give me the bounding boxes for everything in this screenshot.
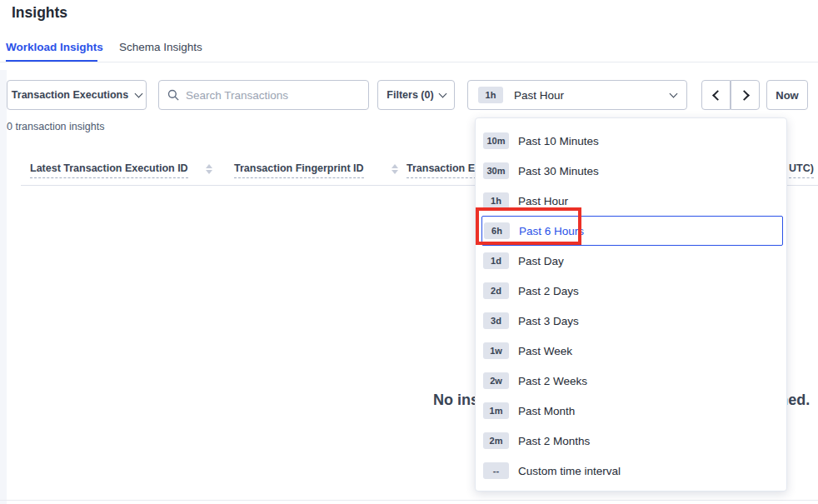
previous-range-button[interactable]: [701, 80, 731, 110]
menu-item-past-week[interactable]: 1w Past Week: [481, 336, 783, 366]
time-interval-picker[interactable]: 1h Past Hour: [467, 80, 687, 110]
menu-item-past-day[interactable]: 1d Past Day: [481, 246, 783, 276]
time-range-arrows: [701, 80, 760, 110]
chevron-down-icon: [135, 89, 143, 97]
sort-icon[interactable]: [206, 164, 212, 174]
view-mode-label: Transaction Executions: [12, 89, 128, 101]
menu-item-past-month[interactable]: 1m Past Month: [481, 396, 783, 426]
chevron-right-icon: [739, 90, 750, 101]
time-interval-dropdown-menu: 10m Past 10 Minutes 30m Past 30 Minutes …: [475, 117, 787, 492]
insights-page: Insights Workload Insights Schema Insigh…: [0, 0, 818, 504]
column-header-start-time-utc[interactable]: UTC): [789, 162, 814, 178]
column-header-latest-transaction-execution-id[interactable]: Latest Transaction Execution ID: [30, 162, 188, 178]
next-range-button[interactable]: [731, 80, 760, 110]
sort-icon[interactable]: [392, 164, 398, 174]
search-icon: [167, 89, 179, 101]
left-gutter: [0, 70, 7, 504]
page-title: Insights: [12, 4, 67, 22]
tab-schema-insights[interactable]: Schema Insights: [119, 41, 202, 53]
column-header-transaction-fingerprint-id[interactable]: Transaction Fingerprint ID: [234, 162, 364, 178]
menu-item-past-2-months[interactable]: 2m Past 2 Months: [481, 426, 783, 456]
filters-button[interactable]: Filters (0): [377, 80, 455, 110]
time-range-badge: 1h: [478, 87, 503, 103]
table-bottom-border: [0, 500, 818, 501]
tabbar-divider: [0, 62, 818, 62]
menu-item-past-2-weeks[interactable]: 2w Past 2 Weeks: [481, 366, 783, 396]
menu-item-custom-time-interval[interactable]: -- Custom time interval: [481, 456, 783, 486]
tab-workload-insights[interactable]: Workload Insights: [6, 41, 103, 53]
menu-item-past-hour[interactable]: 1h Past Hour: [481, 186, 783, 216]
menu-item-past-3-days[interactable]: 3d Past 3 Days: [481, 306, 783, 336]
now-button[interactable]: Now: [766, 80, 808, 110]
menu-item-past-10-minutes[interactable]: 10m Past 10 Minutes: [481, 126, 783, 156]
chevron-down-icon: [438, 89, 446, 97]
time-range-label: Past Hour: [514, 89, 671, 102]
menu-item-past-6-hours[interactable]: 6h Past 6 Hours: [481, 216, 783, 246]
menu-item-past-2-days[interactable]: 2d Past 2 Days: [481, 276, 783, 306]
search-input[interactable]: [186, 89, 360, 102]
chevron-down-icon: [670, 89, 678, 97]
menu-item-past-30-minutes[interactable]: 30m Past 30 Minutes: [481, 156, 783, 186]
results-count: 0 transaction insights: [7, 121, 104, 132]
search-box[interactable]: [158, 80, 369, 110]
filters-label: Filters (0): [387, 89, 433, 101]
column-header-transaction-execution[interactable]: Transaction Ex: [407, 162, 481, 178]
view-mode-dropdown-button[interactable]: Transaction Executions: [7, 80, 147, 110]
chevron-left-icon: [712, 90, 723, 101]
